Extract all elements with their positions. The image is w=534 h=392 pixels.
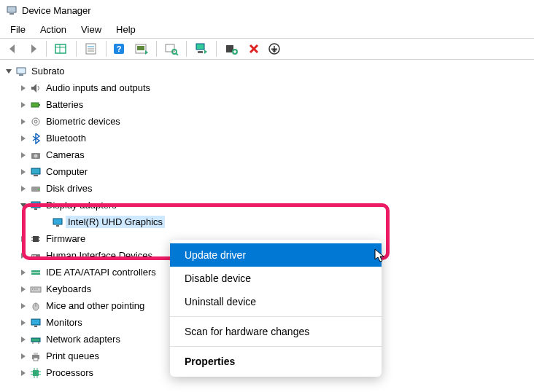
chevron-right-icon[interactable] xyxy=(18,233,29,245)
uninstall-toolbar-icon[interactable] xyxy=(245,40,263,58)
tree-item-label: Computer xyxy=(44,165,90,178)
svg-rect-45 xyxy=(31,168,40,174)
chevron-right-icon[interactable] xyxy=(18,183,29,195)
tree-item-label: Processors xyxy=(44,366,96,379)
window-title: Device Manager xyxy=(22,5,91,16)
disable-toolbar-icon[interactable] xyxy=(266,40,283,58)
tree-item-label: Print queues xyxy=(44,350,101,362)
devmgr-icon xyxy=(6,4,18,16)
tree-item-batteries[interactable]: Batteries xyxy=(1,96,534,113)
chevron-right-icon[interactable] xyxy=(18,133,29,144)
mouse-cursor-icon xyxy=(374,248,386,263)
show-hidden-icon[interactable] xyxy=(50,40,72,58)
context-scan-hardware[interactable]: Scan for hardware changes xyxy=(170,320,382,343)
tree-item-audio[interactable]: Audio inputs and outputs xyxy=(1,79,534,96)
chevron-right-icon[interactable] xyxy=(18,334,29,345)
toolbar-separator xyxy=(216,41,217,57)
svg-marker-97 xyxy=(375,249,384,262)
tree-item-bluetooth[interactable]: Bluetooth xyxy=(1,130,534,146)
svg-rect-46 xyxy=(34,175,38,176)
svg-point-39 xyxy=(34,120,37,123)
chevron-right-icon[interactable] xyxy=(18,166,29,178)
tree-item-intel-uhd[interactable]: Intel(R) UHD Graphics xyxy=(1,213,534,230)
tree-item-label: Mice and other pointing xyxy=(44,299,147,312)
svg-marker-13 xyxy=(145,50,148,55)
firmware-icon xyxy=(29,232,42,246)
biometric-icon xyxy=(29,115,42,128)
printer-icon xyxy=(29,350,42,363)
menu-help[interactable]: Help xyxy=(109,22,143,37)
tree-item-computer[interactable]: Computer xyxy=(1,163,534,180)
scan-hardware-toolbar-icon[interactable] xyxy=(160,40,182,58)
window-titlebar: Device Manager xyxy=(0,0,534,20)
svg-rect-64 xyxy=(34,255,36,256)
svg-rect-54 xyxy=(56,225,59,227)
add-legacy-toolbar-icon[interactable] xyxy=(220,40,242,58)
svg-rect-88 xyxy=(33,370,39,376)
chevron-right-icon[interactable] xyxy=(18,99,29,111)
menu-view[interactable]: View xyxy=(74,22,109,37)
context-disable-device[interactable]: Disable device xyxy=(170,267,382,290)
toolbar-separator xyxy=(106,41,107,57)
tree-item-biometric[interactable]: Biometric devices xyxy=(1,113,534,130)
svg-rect-80 xyxy=(31,338,40,342)
chevron-right-icon[interactable] xyxy=(18,300,29,312)
display-icon xyxy=(51,216,64,229)
svg-marker-50 xyxy=(20,203,26,208)
chevron-right-icon[interactable] xyxy=(18,116,29,128)
svg-rect-31 xyxy=(19,74,23,76)
tree-item-label: IDE ATA/ATAPI controllers xyxy=(44,266,158,278)
svg-marker-47 xyxy=(21,186,26,192)
chevron-right-icon[interactable] xyxy=(18,82,29,94)
context-properties[interactable]: Properties xyxy=(170,350,382,373)
update-driver-toolbar-icon[interactable] xyxy=(131,40,152,58)
disk-icon xyxy=(29,182,42,195)
chevron-right-icon[interactable] xyxy=(18,283,29,295)
chevron-down-icon[interactable] xyxy=(3,66,15,77)
menu-action[interactable]: Action xyxy=(33,22,74,37)
chevron-right-icon[interactable] xyxy=(18,350,29,362)
tree-item-display-adapters[interactable]: Display adapters xyxy=(1,197,534,213)
tree-item-label: Human Interface Devices xyxy=(44,249,155,262)
forward-icon[interactable] xyxy=(25,40,42,58)
menu-file[interactable]: File xyxy=(3,22,33,37)
enable-device-toolbar-icon[interactable] xyxy=(190,40,212,58)
svg-rect-85 xyxy=(34,353,38,355)
svg-marker-40 xyxy=(21,136,26,141)
svg-marker-68 xyxy=(21,286,26,292)
tree-item-label: Audio inputs and outputs xyxy=(44,82,152,94)
context-separator xyxy=(170,346,382,347)
tree-item-label: Display adapters xyxy=(44,199,119,211)
svg-marker-37 xyxy=(21,119,26,125)
back-icon[interactable] xyxy=(4,40,22,58)
tree-item-label: Intel(R) UHD Graphics xyxy=(66,216,165,228)
svg-marker-76 xyxy=(21,320,26,326)
svg-rect-36 xyxy=(39,104,40,106)
bluetooth-icon xyxy=(29,132,42,145)
toolbar: ? xyxy=(0,38,534,60)
svg-marker-33 xyxy=(31,84,36,93)
chevron-right-icon[interactable] xyxy=(18,267,29,278)
svg-marker-44 xyxy=(21,169,26,175)
monitor-icon xyxy=(29,316,42,329)
chevron-right-icon[interactable] xyxy=(18,317,29,329)
properties-toolbar-icon[interactable] xyxy=(80,40,102,58)
battery-icon xyxy=(29,98,42,111)
tree-root[interactable]: Subrato xyxy=(1,63,534,79)
context-update-driver[interactable]: Update driver xyxy=(170,243,382,267)
tree-root-label: Subrato xyxy=(29,65,67,77)
toolbar-separator xyxy=(156,41,157,57)
chevron-right-icon[interactable] xyxy=(18,149,29,161)
chevron-right-icon[interactable] xyxy=(18,250,29,262)
context-uninstall-device[interactable]: Uninstall device xyxy=(170,290,382,313)
help-toolbar-icon[interactable]: ? xyxy=(110,40,128,58)
chevron-down-icon[interactable] xyxy=(18,200,29,211)
chevron-right-icon[interactable] xyxy=(18,367,29,379)
tree-item-cameras[interactable]: Cameras xyxy=(1,146,534,163)
svg-marker-32 xyxy=(21,85,26,91)
tree-item-disk[interactable]: Disk drives xyxy=(1,180,534,197)
svg-rect-17 xyxy=(196,44,204,50)
svg-rect-35 xyxy=(31,103,39,107)
svg-rect-30 xyxy=(17,68,26,74)
svg-marker-55 xyxy=(21,236,26,242)
